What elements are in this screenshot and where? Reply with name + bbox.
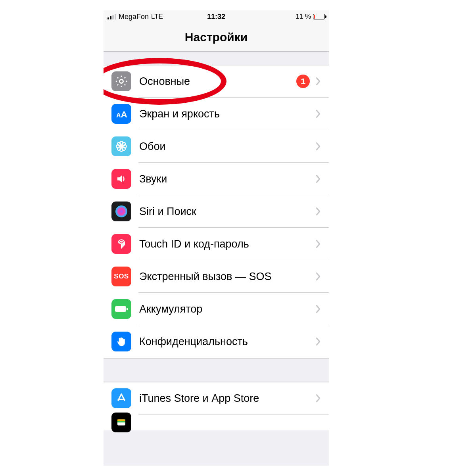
row-label: Экран и яркость <box>139 108 315 120</box>
row-itunes[interactable]: iTunes Store и App Store <box>104 382 329 415</box>
row-label: Touch ID и код-пароль <box>139 238 315 250</box>
notification-badge: 1 <box>296 75 310 88</box>
row-label: iTunes Store и App Store <box>139 392 315 405</box>
row-sos[interactable]: SOS Экстренный вызов — SOS <box>104 260 329 293</box>
hand-icon <box>111 332 131 351</box>
chevron-right-icon <box>315 109 322 118</box>
chevron-right-icon <box>315 337 322 346</box>
svg-rect-16 <box>117 420 125 421</box>
svg-point-0 <box>119 79 123 83</box>
chevron-right-icon <box>315 394 322 403</box>
gear-icon <box>111 71 131 91</box>
settings-group-1: Основные 1 A A Экран и яркость <box>104 65 329 358</box>
row-privacy[interactable]: Конфиденциальность <box>104 325 329 358</box>
nav-bar: Настройки <box>104 23 329 52</box>
chevron-right-icon <box>315 240 322 248</box>
speaker-icon <box>111 169 131 189</box>
chevron-right-icon <box>315 207 322 216</box>
svg-rect-17 <box>117 421 125 422</box>
row-label: Аккумулятор <box>139 303 315 315</box>
settings-group-2: iTunes Store и App Store <box>104 382 329 430</box>
row-siri[interactable]: Siri и Поиск <box>104 195 329 228</box>
battery-icon <box>313 14 325 19</box>
row-label: Основные <box>139 75 296 88</box>
row-label: Экстренный вызов — SOS <box>139 271 315 283</box>
sos-icon: SOS <box>111 267 131 286</box>
row-label: Конфиденциальность <box>139 336 315 348</box>
wallet-icon <box>111 413 131 432</box>
chevron-right-icon <box>315 305 322 313</box>
row-display[interactable]: A A Экран и яркость <box>104 98 329 130</box>
text-size-icon: A A <box>111 104 131 124</box>
chevron-right-icon <box>315 77 322 86</box>
chevron-right-icon <box>315 175 322 183</box>
row-sounds[interactable]: Звуки <box>104 163 329 195</box>
appstore-icon <box>111 388 131 408</box>
row-battery[interactable]: Аккумулятор <box>104 293 329 325</box>
row-general[interactable]: Основные 1 <box>104 65 329 98</box>
page-title: Настройки <box>185 31 248 44</box>
row-label: Siri и Поиск <box>139 205 315 218</box>
fingerprint-icon <box>111 234 131 254</box>
svg-point-12 <box>115 205 127 217</box>
row-wallpaper[interactable]: Обои <box>104 130 329 163</box>
chevron-right-icon <box>315 272 322 281</box>
status-bar: MegaFon LTE 11:32 11 % <box>104 10 329 23</box>
svg-rect-13 <box>115 306 126 312</box>
svg-text:A: A <box>121 109 127 119</box>
chevron-right-icon <box>315 142 322 151</box>
battery-icon <box>111 299 131 319</box>
row-label: Звуки <box>139 173 315 185</box>
settings-screen: MegaFon LTE 11:32 11 % Настройки <box>104 10 329 466</box>
row-label: Обои <box>139 140 315 153</box>
svg-text:A: A <box>116 112 121 119</box>
flower-icon <box>111 136 131 156</box>
section-spacer <box>104 358 329 382</box>
svg-rect-14 <box>127 308 128 310</box>
row-wallet[interactable] <box>104 415 329 430</box>
group-gap <box>104 52 329 65</box>
siri-icon <box>111 202 131 221</box>
row-touchid[interactable]: Touch ID и код-пароль <box>104 228 329 260</box>
clock-label: 11:32 <box>104 13 329 21</box>
